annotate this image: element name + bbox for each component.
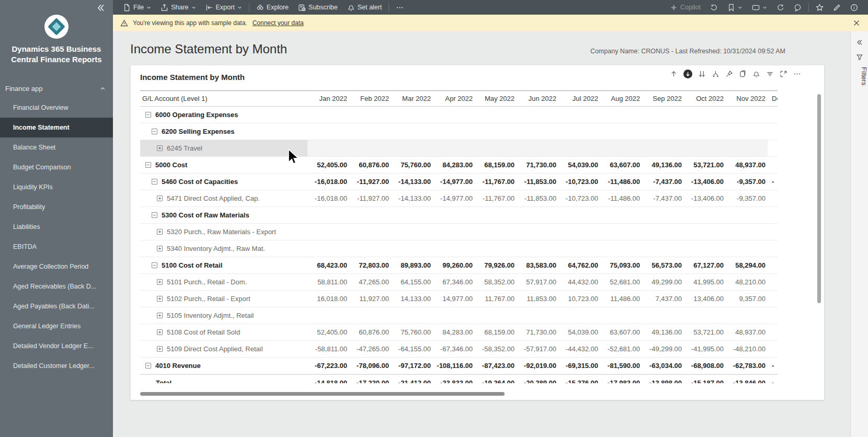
expand-toggle-icon[interactable]: + (157, 229, 163, 235)
table-row[interactable]: Total -14,818.00-17,220.00-21,412.00-23,… (140, 374, 778, 383)
table-row[interactable]: + 6245 Travel (140, 140, 778, 157)
sidebar-item-income-statement[interactable]: Income Statement (0, 118, 113, 137)
filter-icon[interactable] (766, 70, 774, 78)
set-alert-button[interactable]: Set alert (342, 0, 387, 15)
value-cell: -78,096.00 (349, 362, 391, 370)
table-row[interactable]: − 5300 Cost of Raw Materials (140, 207, 778, 224)
sidebar-item-detailed-vendor-ledger-e[interactable]: Detailed Vendor Ledger E... (0, 336, 113, 356)
column-header[interactable]: Jul 2022 (558, 95, 600, 102)
sidebar-item-financial-overview[interactable]: Financial Overview (0, 98, 113, 118)
sidebar-item-balance-sheet[interactable]: Balance Sheet (0, 137, 113, 157)
banner-close-icon[interactable] (852, 19, 861, 27)
alert-bell-icon[interactable] (752, 70, 760, 78)
sidebar-collapse-icon[interactable] (96, 3, 106, 13)
expand-toggle-icon[interactable]: − (152, 129, 157, 134)
expand-toggle-icon[interactable]: + (157, 296, 163, 302)
column-header[interactable]: Sep 2022 (642, 95, 684, 102)
pin-icon[interactable] (725, 70, 733, 78)
banner-message: You're viewing this app with sample data… (133, 19, 247, 27)
focus-mode-icon[interactable] (780, 70, 787, 78)
column-header[interactable]: Mar 2022 (391, 95, 433, 102)
expand-all-levels-icon[interactable] (712, 70, 719, 78)
expand-toggle-icon[interactable]: + (157, 313, 163, 318)
reset-button[interactable] (705, 0, 723, 15)
sidebar-item-detailed-customer-ledger[interactable]: Detailed Customer Ledger... (0, 356, 113, 376)
expand-next-level-icon[interactable] (698, 70, 706, 78)
column-header[interactable]: Feb 2022 (349, 95, 391, 102)
filters-funnel-icon[interactable] (856, 53, 863, 61)
column-header[interactable]: Oct 2022 (684, 95, 726, 102)
subscribe-button[interactable]: Subscribe (293, 0, 342, 15)
filters-pane-label[interactable]: Filters (851, 67, 868, 85)
table-row[interactable]: + 5105 Inventory Adjmt., Retail (140, 307, 778, 324)
expand-filters-chevron-icon[interactable] (856, 39, 863, 46)
sidebar-item-general-ledger-entries[interactable]: General Ledger Entries (0, 316, 113, 336)
more-options-button[interactable] (391, 0, 408, 15)
table-row[interactable]: + 5102 Purch., Retail - Export 16,018.00… (140, 291, 778, 307)
favorite-button[interactable] (811, 0, 828, 15)
share-menu-button[interactable]: Share (156, 0, 200, 15)
column-header[interactable]: May 2022 (475, 95, 517, 102)
value-cell: - (768, 379, 778, 384)
horizontal-scrollbar[interactable] (140, 392, 505, 396)
column-header[interactable]: Nov 2022 (726, 95, 768, 102)
view-button[interactable] (747, 0, 772, 15)
expand-toggle-icon[interactable]: + (157, 246, 163, 251)
edit-button[interactable] (828, 0, 846, 15)
column-header[interactable]: Jan 2022 (307, 95, 349, 102)
expand-toggle-icon[interactable]: − (152, 212, 157, 218)
table-row[interactable]: + 5320 Purch., Raw Materials - Export (140, 224, 778, 240)
file-menu-button[interactable]: File (118, 0, 156, 15)
info-button[interactable] (846, 0, 863, 15)
table-row[interactable]: − 6000 Operating Expenses (140, 107, 778, 123)
drill-down-icon[interactable] (683, 70, 692, 78)
expand-toggle-icon[interactable]: + (157, 346, 163, 352)
table-row[interactable]: − 5000 Cost 52,405.0060,876.0075,760.008… (140, 157, 778, 174)
table-row[interactable]: − 6200 Selling Expenses (140, 123, 778, 140)
expand-toggle-icon[interactable]: + (157, 329, 163, 335)
copy-icon[interactable] (739, 70, 747, 78)
expand-toggle-icon[interactable]: − (145, 162, 151, 168)
sidebar-item-liquidity-kpis[interactable]: Liquidity KPIs (0, 177, 113, 197)
drill-up-icon[interactable] (670, 70, 678, 78)
sidebar-item-aged-receivables-back-d[interactable]: Aged Receivables (Back D... (0, 277, 113, 296)
comments-button[interactable] (789, 0, 806, 15)
sidebar-item-budget-comparison[interactable]: Budget Comparison (0, 157, 113, 177)
sidebar-section-finance-app[interactable]: Finance app (0, 83, 113, 95)
expand-toggle-icon[interactable]: − (152, 179, 157, 185)
sidebar-item-average-collection-period[interactable]: Average Collection Period (0, 257, 113, 277)
vertical-scrollbar[interactable] (817, 94, 821, 303)
column-header[interactable]: Apr 2022 (433, 95, 475, 102)
expand-toggle-icon[interactable]: − (145, 112, 151, 118)
copilot-button[interactable]: Copilot (665, 0, 705, 15)
table-row[interactable]: + 5108 Cost of Retail Sold 52,405.0060,8… (140, 324, 778, 341)
expand-toggle-icon[interactable]: + (157, 145, 163, 151)
bookmarks-button[interactable] (723, 0, 747, 15)
sidebar-item-ebitda[interactable]: EBITDA (0, 237, 113, 257)
column-header[interactable]: Jun 2022 (517, 95, 558, 102)
table-row[interactable]: + 5340 Inventory Adjmt., Raw Mat. (140, 240, 778, 257)
export-menu-button[interactable]: Export (201, 0, 247, 15)
expand-toggle-icon[interactable]: + (157, 196, 163, 201)
table-row[interactable]: − 5460 Cost of Capacities -16,018.00-11,… (140, 174, 778, 190)
sidebar-item-aged-payables-back-dati[interactable]: Aged Payables (Back Dati... (0, 296, 113, 316)
table-row[interactable]: + 5109 Direct Cost Applied, Retail -58,8… (140, 341, 778, 358)
expand-toggle-icon[interactable]: + (157, 279, 163, 285)
table-row[interactable]: + 5101 Purch., Retail - Dom. 58,811.0047… (140, 274, 778, 291)
account-label: Total (156, 379, 172, 384)
more-options-icon[interactable] (793, 70, 801, 78)
value-cell: -17,983.00 (600, 379, 642, 384)
table-row[interactable]: + 5471 Direct Cost Applied, Cap. -16,018… (140, 190, 778, 207)
expand-toggle-icon[interactable]: − (152, 262, 157, 268)
table-row[interactable]: − 4010 Revenue -67,223.00-78,096.00-97,1… (140, 358, 778, 374)
table-row[interactable]: − 5100 Cost of Retail 68,423.0072,803.00… (140, 257, 778, 274)
expand-toggle-icon[interactable]: − (145, 363, 151, 369)
connect-your-data-link[interactable]: Connect your data (253, 19, 304, 27)
sidebar-item-liabilities[interactable]: Liabilities (0, 217, 113, 237)
column-header[interactable]: Dec 2022 (768, 95, 778, 102)
refresh-button[interactable] (772, 0, 789, 15)
account-column-header[interactable]: G/L Account (Level 1) (140, 95, 307, 102)
column-header[interactable]: Aug 2022 (600, 95, 642, 102)
explore-button[interactable]: Explore (252, 0, 293, 15)
sidebar-item-profitability[interactable]: Profitability (0, 197, 113, 217)
